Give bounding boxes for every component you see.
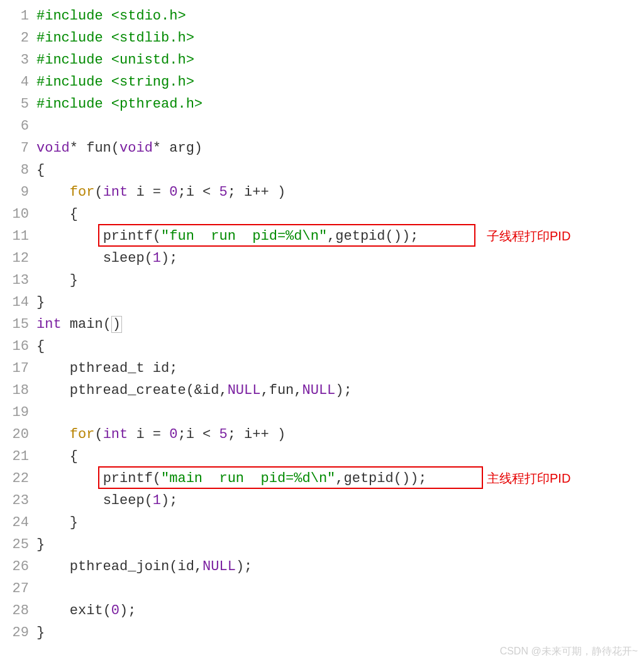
line-number: 12 xyxy=(0,247,29,269)
line-number: 28 xyxy=(0,600,29,622)
line-number: 1 xyxy=(0,5,29,27)
line-number-gutter: 1 2 3 4 5 6 7 8 9 10 11 12 13 14 15 16 1… xyxy=(0,5,36,644)
line-number: 15 xyxy=(0,313,29,335)
code-line: #include <pthread.h> xyxy=(36,93,644,115)
line-number: 18 xyxy=(0,379,29,401)
code-line: } xyxy=(36,622,644,644)
code-line: int main() xyxy=(36,313,644,335)
line-number: 3 xyxy=(0,49,29,71)
code-line xyxy=(36,115,644,137)
code-line: exit(0); xyxy=(36,600,644,622)
line-number: 10 xyxy=(0,203,29,225)
code-line: } xyxy=(36,512,644,534)
line-number: 5 xyxy=(0,93,29,115)
line-number: 24 xyxy=(0,512,29,534)
code-line: } xyxy=(36,534,644,556)
line-number: 14 xyxy=(0,291,29,313)
code-line: sleep(1); xyxy=(36,490,644,512)
line-number: 8 xyxy=(0,159,29,181)
line-number: 6 xyxy=(0,115,29,137)
code-line: for(int i = 0;i < 5; i++ ) xyxy=(36,181,644,203)
code-line: pthread_join(id,NULL); xyxy=(36,556,644,578)
code-line xyxy=(36,401,644,424)
code-line: #include <unistd.h> xyxy=(36,49,644,71)
code-line: pthread_create(&id,NULL,fun,NULL); xyxy=(36,379,644,401)
code-line: #include <stdio.h> xyxy=(36,5,644,27)
line-number: 23 xyxy=(0,490,29,512)
code-line: #include <string.h> xyxy=(36,71,644,93)
code-line: { xyxy=(36,446,644,468)
line-number: 25 xyxy=(0,534,29,556)
code-line: } xyxy=(36,291,644,313)
line-number: 13 xyxy=(0,269,29,291)
line-number: 27 xyxy=(0,578,29,600)
line-number: 29 xyxy=(0,622,29,644)
line-number: 19 xyxy=(0,401,29,424)
line-number: 22 xyxy=(0,468,29,490)
code-line: { xyxy=(36,159,644,181)
annotation-child-thread: 子线程打印PID xyxy=(487,228,570,245)
line-number: 16 xyxy=(0,335,29,357)
code-line: { xyxy=(36,335,644,357)
line-number: 4 xyxy=(0,71,29,93)
watermark-text: CSDN @未来可期，静待花开~ xyxy=(500,645,638,658)
line-number: 20 xyxy=(0,424,29,446)
code-line: #include <stdlib.h> xyxy=(36,27,644,49)
line-number: 26 xyxy=(0,556,29,578)
code-line: void* fun(void* arg) xyxy=(36,137,644,159)
code-line: { xyxy=(36,203,644,225)
annotation-main-thread: 主线程打印PID xyxy=(487,470,570,487)
line-number: 2 xyxy=(0,27,29,49)
line-number: 7 xyxy=(0,137,29,159)
code-line: sleep(1); xyxy=(36,247,644,269)
code-line xyxy=(36,578,644,600)
code-content: #include <stdio.h> #include <stdlib.h> #… xyxy=(36,5,644,644)
line-number: 11 xyxy=(0,225,29,247)
line-number: 9 xyxy=(0,181,29,203)
code-line: pthread_t id; xyxy=(36,357,644,379)
line-number: 17 xyxy=(0,357,29,379)
code-line: } xyxy=(36,269,644,291)
code-line: for(int i = 0;i < 5; i++ ) xyxy=(36,424,644,446)
line-number: 21 xyxy=(0,446,29,468)
code-editor: 1 2 3 4 5 6 7 8 9 10 11 12 13 14 15 16 1… xyxy=(0,0,644,644)
